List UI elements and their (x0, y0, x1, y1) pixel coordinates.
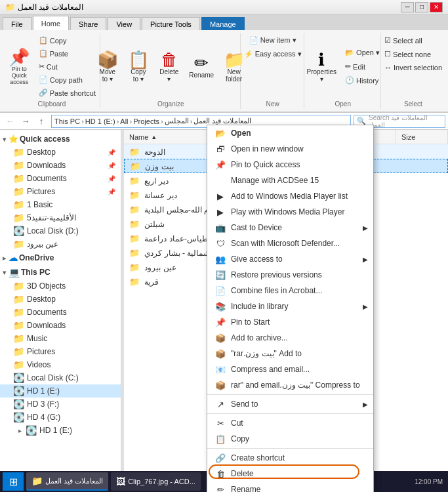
cut-button[interactable]: ✂ Cut (35, 60, 99, 73)
sidebar-item-3d[interactable]: 📁 3D Objects (0, 279, 121, 293)
sidebar-item-downloads[interactable]: 📁 Downloads 📌 (0, 159, 121, 172)
nav-buttons: ← → ↑ (3, 115, 49, 128)
sidebar-item-ainbaroud[interactable]: 📁 عين بيرود (0, 237, 121, 251)
maximize-button[interactable]: □ (415, 2, 428, 12)
sidebar-item-desktop[interactable]: 📁 Desktop 📌 (0, 146, 121, 159)
rename-button[interactable]: ✏ Rename (185, 52, 218, 81)
taskbar-item-explorer[interactable]: 📁 المعاملات قيد العمل (26, 472, 108, 491)
open-btn[interactable]: 📂 Open ▾ (342, 47, 383, 59)
ribbon-group-clipboard: 📌 Pin to Quickaccess 📋 Copy 📋 Paste ✂ Cu… (4, 33, 100, 109)
properties-icon: ℹ (318, 51, 325, 68)
breadcrumb-hd1[interactable]: HD 1 (E:) (85, 117, 115, 125)
history-button[interactable]: 🕐 History (342, 74, 383, 87)
pin-icon: 📌 (108, 188, 115, 195)
ctx-play-media-player[interactable]: ▶ Play with Windows Media Player (207, 204, 373, 220)
sidebar-item-pictures[interactable]: 📁 Pictures 📌 (0, 185, 121, 198)
ctx-delete[interactable]: 🗑 Delete (207, 466, 373, 482)
sidebar-item-music[interactable]: 📁 Music (0, 332, 121, 345)
paste-button[interactable]: 📋 Paste (35, 47, 99, 60)
minimize-button[interactable]: ─ (401, 2, 414, 12)
properties-button[interactable]: ℹ Properties▾ (303, 49, 341, 85)
sidebar-item-documents[interactable]: 📁 Documents 📌 (0, 172, 121, 185)
sidebar-item-local-disk-d[interactable]: 💽 Local Disk (D:) (0, 224, 121, 237)
quick-access-icon: ⭐ (9, 134, 18, 144)
select-all-button[interactable]: ☑ Select all (381, 34, 426, 47)
ctx-give-access[interactable]: 👥 Give access to ▶ (207, 251, 373, 267)
invert-selection-button[interactable]: ↔ Invert selection (381, 62, 445, 73)
sidebar-item-pictures2[interactable]: 📁 Pictures (0, 345, 121, 358)
forward-button[interactable]: → (18, 115, 33, 128)
new-item-button[interactable]: 📄 New item ▾ (246, 34, 300, 47)
ctx-scan-defender[interactable]: 🛡 Scan with Microsoft Defender... (207, 236, 373, 251)
ctx-create-shortcut[interactable]: 🔗 Create shortcut (207, 450, 373, 466)
sidebar-item-hd1e[interactable]: 💽 HD 1 (E:) (0, 384, 121, 398)
easy-access-button[interactable]: ⚡ Easy access ▾ (241, 48, 305, 60)
sidebar-item-1basic[interactable]: 📁 1 Basic (0, 198, 121, 211)
ctx-open[interactable]: 📂 Open (207, 125, 373, 141)
ctx-add-archive[interactable]: 📦 Add to archive... (207, 330, 373, 346)
sidebar-item-desktop2[interactable]: 📁 Desktop (0, 293, 121, 306)
breadcrumb-almajlis[interactable]: المجلس (165, 117, 189, 125)
rename-icon: ✏ (194, 54, 209, 72)
ctx-include-library[interactable]: 📚 Include in library ▶ (207, 298, 373, 314)
sidebar-item-hd3f[interactable]: 💽 HD 3 (F:) (0, 398, 121, 411)
move-to-button[interactable]: 📦 Moveto ▾ (92, 49, 122, 85)
ctx-compress-email[interactable]: 📧 Compress and email... (207, 361, 373, 377)
sidebar-item-hd4g[interactable]: 💽 HD 4 (G:) (0, 411, 121, 424)
window-title: المعاملات قيد العمل (18, 3, 83, 12)
tab-manage[interactable]: Manage (201, 17, 245, 30)
ctx-add-rar[interactable]: 📦 Add to "بيت وزن.rar" (207, 346, 373, 361)
onedrive-label: OneDrive (19, 253, 54, 262)
start-button[interactable]: ⊞ (3, 472, 24, 491)
copy-button[interactable]: 📋 Copy (35, 34, 99, 47)
ctx-cut[interactable]: ✂ Cut (207, 415, 373, 431)
ctx-combine-acrobat[interactable]: 📄 Combine files in Acrobat... (207, 283, 373, 298)
ctx-add-media-player[interactable]: ▶ Add to Windows Media Player list (207, 188, 373, 204)
copy-path-icon: 📄 (39, 75, 48, 84)
taskbar-item-acdsee[interactable]: 🖼 Clip_767.jpg - ACD... (111, 472, 201, 491)
pin-to-quick-access-button[interactable]: 📌 Pin to Quickaccess (5, 47, 34, 87)
back-button[interactable]: ← (3, 115, 17, 128)
sidebar-section-onedrive[interactable]: ▸ ☁ OneDrive (0, 251, 121, 265)
ctx-pin-start[interactable]: 📌 Pin to Start (207, 314, 373, 330)
ctx-manage-acdsee[interactable]: Manage with ACDSee 15 (207, 173, 373, 188)
col-header-size[interactable]: Size (396, 130, 448, 144)
ctx-copy[interactable]: 📋 Copy (207, 431, 373, 447)
sidebar-item-aqlimiya[interactable]: 📁 الأقليمية-تنفيذ5 (0, 211, 121, 224)
this-pc-label: This PC (21, 268, 51, 277)
sidebar-item-documents2[interactable]: 📁 Documents (0, 306, 121, 319)
edit-button[interactable]: ✏ Edit (342, 60, 383, 73)
ctx-compress-rar-email[interactable]: 📦 Compress to "بيت وزن.rar" and email (207, 377, 373, 393)
tab-home[interactable]: Home (33, 16, 69, 30)
sidebar-item-hd1e-sub[interactable]: ▸ 💽 HD 1 (E:) (0, 424, 121, 437)
tab-picture-tools[interactable]: Picture Tools (142, 17, 200, 30)
ctx-open-new-window[interactable]: 🗗 Open in new window (207, 141, 373, 157)
tab-share[interactable]: Share (70, 17, 106, 30)
select-none-button[interactable]: ☐ Select none (381, 48, 434, 60)
copy-to-button[interactable]: 📋 Copyto ▾ (123, 49, 153, 85)
up-button[interactable]: ↑ (34, 115, 49, 128)
tab-view[interactable]: View (108, 17, 140, 30)
sidebar-item-videos[interactable]: 📁 Videos (0, 358, 121, 371)
folder-icon: 📁 (129, 190, 140, 200)
breadcrumb-projects[interactable]: Projects (133, 117, 159, 125)
tab-file[interactable]: File (3, 17, 31, 30)
sidebar-section-this-pc[interactable]: ▾ 💻 This PC (0, 265, 121, 279)
copy-path-button[interactable]: 📄 Copy path (35, 73, 99, 86)
breadcrumb-all[interactable]: All (120, 117, 128, 125)
shortcut-icon: 🔗 (215, 453, 226, 463)
sidebar-section-quick-access[interactable]: ▾ ⭐ Quick access (0, 133, 121, 146)
ctx-restore-previous[interactable]: 🔄 Restore previous versions (207, 267, 373, 283)
delete-button[interactable]: 🗑 Delete▾ (154, 49, 184, 85)
close-button[interactable]: ✕ (430, 2, 443, 12)
folder-icon: 📁 (13, 346, 24, 357)
breadcrumb-this-pc[interactable]: This PC (54, 117, 80, 125)
ctx-rename[interactable]: ✏ Rename (207, 482, 373, 492)
sidebar-item-downloads2[interactable]: 📁 Downloads (0, 319, 121, 332)
ctx-cast-device[interactable]: 📺 Cast to Device ▶ (207, 220, 373, 236)
paste-shortcut-button[interactable]: 🔗 Paste shortcut (35, 87, 99, 99)
sidebar-item-local-c[interactable]: 💽 Local Disk (C:) (0, 371, 121, 384)
ctx-pin-quick-access[interactable]: 📌 Pin to Quick access (207, 157, 373, 173)
title-bar-controls[interactable]: ─ □ ✕ (401, 2, 443, 12)
ctx-send-to[interactable]: ↗ Send to ▶ (207, 396, 373, 412)
